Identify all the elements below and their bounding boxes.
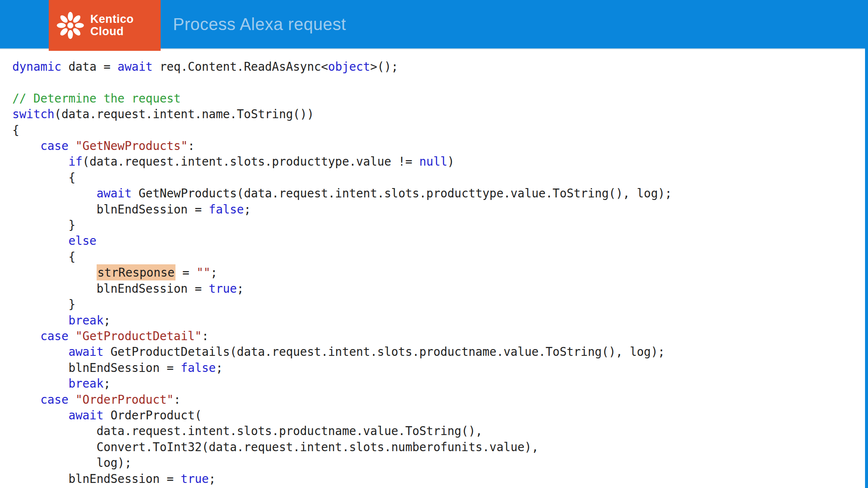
code-line: switch(data.request.intent.name.ToString… bbox=[12, 106, 865, 122]
code-token: ; bbox=[244, 202, 251, 216]
code-line: blnEndSession = true; bbox=[12, 281, 865, 297]
code-line bbox=[12, 75, 865, 90]
highlighted-token: strResponse bbox=[97, 264, 175, 280]
code-token: "OrderProduct" bbox=[75, 393, 174, 406]
code-token: case bbox=[40, 329, 68, 343]
code-line: await GetProductDetails(data.request.int… bbox=[12, 344, 865, 360]
code-line: if(data.request.intent.slots.producttype… bbox=[12, 154, 865, 169]
code-token: await bbox=[117, 60, 153, 73]
code-line: await OrderProduct( bbox=[12, 408, 865, 423]
code-token: false bbox=[181, 361, 216, 374]
code-token bbox=[12, 234, 68, 247]
code-token bbox=[68, 393, 75, 406]
code-line: case "GetProductDetail": bbox=[12, 328, 865, 344]
code-token: switch bbox=[12, 107, 54, 121]
right-edge-stripe bbox=[865, 0, 868, 488]
code-token: blnEndSession = bbox=[12, 472, 181, 485]
code-line: Convert.ToInt32(data.request.intent.slot… bbox=[12, 439, 865, 455]
code-token: ; bbox=[237, 282, 244, 295]
code-token: await bbox=[97, 186, 132, 200]
code-token: { bbox=[12, 250, 75, 263]
code-line: blnEndSession = true; bbox=[12, 471, 865, 487]
code-token bbox=[12, 155, 68, 168]
code-token: true bbox=[209, 282, 237, 295]
code-line: dynamic data = await req.Content.ReadAsA… bbox=[12, 59, 865, 75]
code-token bbox=[12, 266, 97, 279]
code-token: else bbox=[68, 234, 96, 247]
code-token: GetNewProducts(data.request.intent.slots… bbox=[131, 186, 672, 200]
logo-wordmark: Kentico Cloud bbox=[90, 13, 134, 38]
code-token: true bbox=[181, 472, 209, 485]
code-line: break; bbox=[12, 313, 865, 328]
code-token: = bbox=[175, 266, 197, 279]
code-token bbox=[12, 393, 40, 406]
code-line: { bbox=[12, 249, 865, 265]
code-token: OrderProduct( bbox=[103, 408, 202, 422]
code-block: dynamic data = await req.Content.ReadAsA… bbox=[0, 48, 865, 488]
code-token: blnEndSession = bbox=[12, 282, 209, 295]
code-token: false bbox=[209, 202, 244, 216]
code-token: } bbox=[12, 218, 75, 232]
code-line: blnEndSession = false; bbox=[12, 360, 865, 376]
code-token: case bbox=[40, 139, 68, 152]
code-line: await GetNewProducts(data.request.intent… bbox=[12, 186, 865, 201]
logo-line-1: Kentico bbox=[90, 13, 134, 25]
code-token: (data.request.intent.slots.producttype.v… bbox=[83, 155, 420, 168]
code-token: ) bbox=[448, 155, 455, 168]
code-token: ; bbox=[216, 361, 223, 374]
code-token bbox=[12, 139, 40, 152]
code-token: // Determine the request bbox=[12, 92, 181, 105]
code-token: log); bbox=[12, 456, 131, 469]
code-line: strResponse = ""; bbox=[12, 265, 865, 280]
code-token: ; bbox=[209, 472, 216, 485]
code-token: data.request.intent.slots.productname.va… bbox=[12, 424, 482, 438]
code-line: data.request.intent.slots.productname.va… bbox=[12, 423, 865, 439]
kentico-cloud-logo: Kentico Cloud bbox=[49, 0, 161, 51]
code-line: } bbox=[12, 217, 865, 233]
code-token: { bbox=[12, 171, 75, 184]
code-token: } bbox=[12, 297, 75, 311]
code-token: : bbox=[188, 139, 195, 152]
code-token: object bbox=[328, 60, 370, 73]
code-line: { bbox=[12, 170, 865, 186]
code-token: blnEndSession = bbox=[12, 202, 209, 216]
code-token bbox=[12, 313, 68, 327]
code-token: >(); bbox=[370, 60, 398, 73]
code-token: { bbox=[12, 123, 19, 137]
code-line: log); bbox=[12, 455, 865, 471]
code-token: req.Content.ReadAsAsync< bbox=[153, 60, 328, 73]
code-line: { bbox=[12, 122, 865, 138]
code-token: (data.request.intent.name.ToString()) bbox=[54, 107, 314, 121]
code-token: case bbox=[40, 393, 68, 406]
kentico-flower-icon bbox=[56, 11, 84, 39]
code-token: break bbox=[68, 377, 103, 390]
code-token: blnEndSession = bbox=[12, 361, 181, 374]
code-token bbox=[12, 186, 97, 200]
code-token bbox=[12, 329, 40, 343]
code-token: : bbox=[174, 393, 181, 406]
code-token: "GetNewProducts" bbox=[75, 139, 188, 152]
code-token: ; bbox=[103, 313, 111, 327]
code-token: ; bbox=[211, 266, 218, 279]
code-token bbox=[68, 139, 75, 152]
logo-line-2: Cloud bbox=[90, 25, 134, 38]
code-line: else bbox=[12, 233, 865, 249]
code-line: blnEndSession = false; bbox=[12, 202, 865, 217]
code-token: "GetProductDetail" bbox=[75, 329, 202, 343]
code-token: if bbox=[68, 155, 82, 168]
code-token: Convert.ToInt32(data.request.intent.slot… bbox=[12, 440, 539, 454]
code-token: "" bbox=[196, 266, 210, 279]
code-token bbox=[68, 329, 75, 343]
code-token bbox=[12, 377, 68, 390]
code-token: null bbox=[419, 155, 447, 168]
code-line: case "GetNewProducts": bbox=[12, 138, 865, 154]
code-token: await bbox=[68, 408, 103, 422]
code-line: // Determine the request bbox=[12, 91, 865, 106]
code-token bbox=[12, 345, 68, 358]
code-token: data = bbox=[61, 60, 117, 73]
code-token: dynamic bbox=[12, 60, 61, 73]
code-line: break; bbox=[12, 376, 865, 391]
code-token: GetProductDetails(data.request.intent.sl… bbox=[103, 345, 665, 358]
header-banner: Kentico Cloud Process Alexa request bbox=[0, 0, 868, 48]
page-title: Process Alexa request bbox=[173, 0, 346, 48]
